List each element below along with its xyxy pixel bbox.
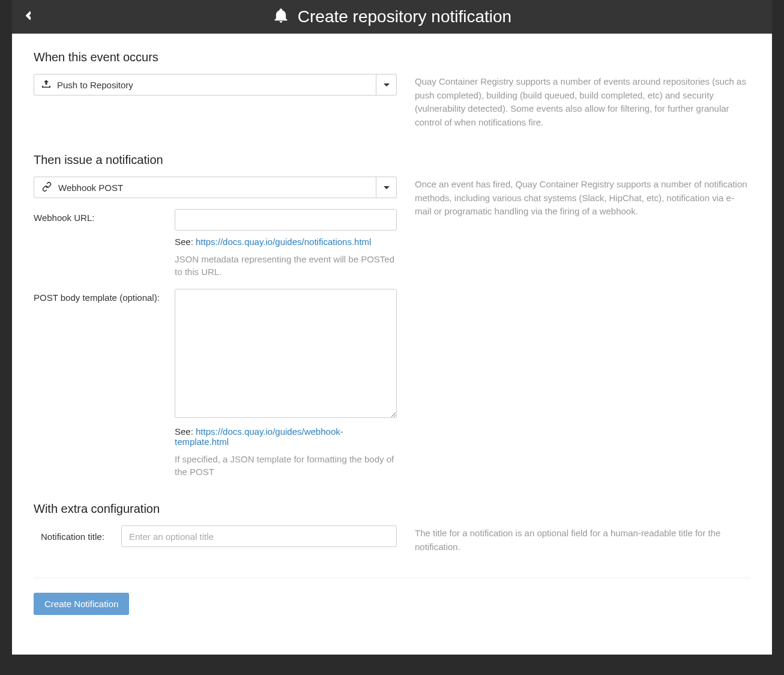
post-body-textarea[interactable]	[175, 289, 397, 418]
post-body-see: See: https://docs.quay.io/guides/webhook…	[175, 426, 397, 447]
method-help-text: Once an event has fired, Quay Container …	[415, 177, 750, 478]
method-dropdown-label: Webhook POST	[58, 183, 123, 193]
webhook-url-input[interactable]	[175, 209, 397, 231]
config-help-text: The title for a notification is an optio…	[415, 525, 750, 554]
method-dropdown[interactable]: Webhook POST	[34, 177, 397, 198]
event-help-text: Quay Container Registry supports a numbe…	[415, 74, 750, 129]
method-dropdown-selected[interactable]: Webhook POST	[34, 177, 376, 198]
notification-title-label: Notification title:	[34, 531, 104, 542]
upload-icon	[41, 80, 51, 90]
event-section-heading: When this event occurs	[34, 50, 750, 64]
post-body-doc-link[interactable]: https://docs.quay.io/guides/webhook-temp…	[175, 426, 343, 447]
method-dropdown-toggle[interactable]	[376, 177, 396, 198]
webhook-url-label: Webhook URL:	[34, 209, 163, 278]
post-body-desc: If specified, a JSON template for format…	[175, 453, 397, 478]
post-body-label: POST body template (optional):	[34, 289, 163, 478]
webhook-url-doc-link[interactable]: https://docs.quay.io/guides/notification…	[196, 237, 371, 247]
webhook-url-see: See: https://docs.quay.io/guides/notific…	[175, 237, 397, 247]
event-dropdown-toggle[interactable]	[376, 74, 396, 95]
back-arrow-icon[interactable]	[24, 11, 34, 23]
see-prefix: See:	[175, 426, 196, 437]
page-title: Create repository notification	[298, 7, 511, 26]
config-section-heading: With extra configuration	[34, 502, 750, 516]
modal-body: When this event occurs Push to Repositor…	[12, 34, 772, 655]
webhook-url-desc: JSON metadata representing the event wil…	[175, 253, 397, 278]
chevron-down-icon	[384, 83, 390, 86]
event-dropdown-selected[interactable]: Push to Repository	[34, 74, 376, 95]
bell-icon	[273, 7, 289, 26]
chevron-down-icon	[384, 186, 390, 189]
see-prefix: See:	[175, 237, 196, 247]
notification-title-input[interactable]	[121, 525, 397, 547]
modal-header: Create repository notification	[12, 0, 772, 34]
method-section-heading: Then issue a notification	[34, 153, 750, 167]
event-dropdown-label: Push to Repository	[57, 80, 133, 90]
event-dropdown[interactable]: Push to Repository	[34, 74, 397, 95]
create-notification-button[interactable]: Create Notification	[34, 593, 129, 615]
link-icon	[41, 181, 52, 194]
divider	[34, 578, 750, 578]
